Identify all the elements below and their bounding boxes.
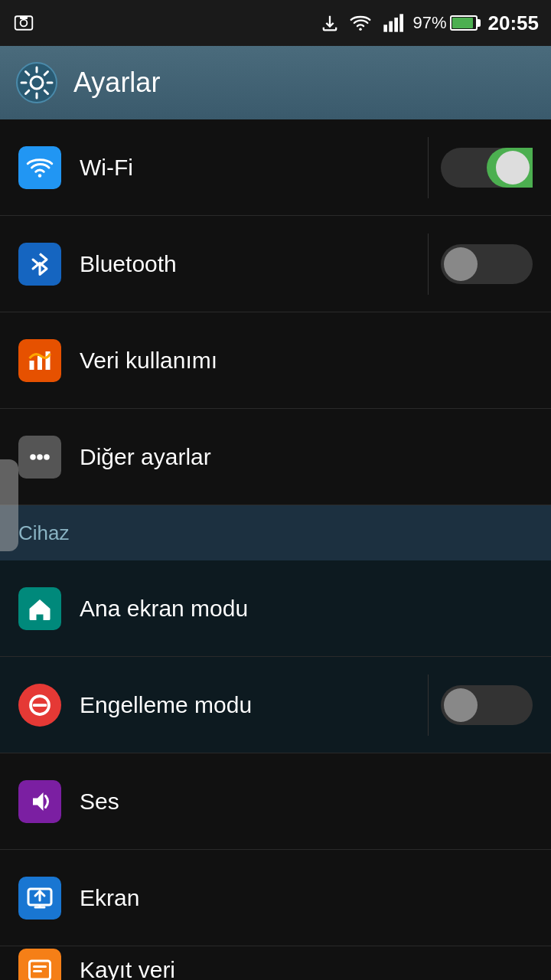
sound-label: Ses (80, 789, 533, 815)
battery-indicator: 97% (412, 13, 477, 33)
wifi-toggle[interactable] (441, 148, 533, 188)
device-section-header: Cihaz (0, 505, 551, 560)
storage-item[interactable]: Kayıt veri (0, 946, 551, 980)
blocking-mode-toggle[interactable] (441, 685, 533, 725)
svg-point-3 (360, 28, 363, 31)
battery-icon (450, 15, 478, 31)
svg-point-18 (38, 174, 42, 178)
svg-rect-33 (33, 965, 47, 968)
bluetooth-toggle-container[interactable] (428, 234, 533, 295)
svg-rect-4 (384, 24, 388, 31)
bluetooth-label: Bluetooth (80, 251, 428, 277)
wifi-status-icon (348, 12, 373, 34)
blocking-mode-label: Engelleme modu (80, 692, 428, 718)
app-bar-title: Ayarlar (73, 67, 160, 99)
status-bar: 97% 20:55 (0, 0, 551, 46)
status-time: 20:55 (488, 11, 540, 35)
blocking-mode-icon (18, 684, 61, 727)
more-settings-item[interactable]: Diğer ayarlar (0, 409, 551, 505)
signal-icon (380, 12, 405, 34)
sound-item[interactable]: Ses (0, 753, 551, 850)
svg-marker-27 (33, 792, 44, 811)
wifi-item-icon (18, 146, 61, 189)
display-label: Ekran (80, 885, 533, 911)
display-icon (18, 877, 61, 920)
svg-point-1 (21, 20, 28, 27)
svg-rect-19 (30, 361, 34, 370)
wifi-item[interactable]: Wi-Fi (0, 119, 551, 216)
home-screen-icon (18, 587, 61, 630)
settings-gear-icon (15, 61, 58, 104)
storage-icon (18, 949, 61, 980)
data-usage-icon (18, 339, 61, 382)
display-item[interactable]: Ekran (0, 850, 551, 946)
download-icon (319, 12, 341, 34)
svg-rect-7 (400, 14, 404, 31)
photo-icon (12, 11, 35, 34)
data-usage-item[interactable]: Veri kullanımı (0, 312, 551, 409)
svg-point-24 (44, 454, 50, 460)
battery-percent: 97% (412, 13, 446, 33)
more-settings-icon (18, 436, 61, 479)
bluetooth-item-icon (18, 243, 61, 286)
blocking-mode-item[interactable]: Engelleme modu (0, 657, 551, 753)
wifi-label: Wi-Fi (80, 155, 428, 181)
svg-rect-6 (395, 18, 399, 32)
svg-point-23 (37, 454, 43, 460)
svg-rect-5 (390, 21, 393, 32)
app-bar: Ayarlar (0, 46, 551, 119)
data-usage-label: Veri kullanımı (80, 348, 533, 374)
settings-list: Wi-Fi Bluetooth (0, 119, 551, 980)
scroll-handle[interactable] (0, 459, 18, 551)
home-screen-label: Ana ekran modu (80, 596, 533, 622)
sound-icon (18, 780, 61, 823)
storage-label: Kayıt veri (80, 957, 533, 980)
bluetooth-toggle[interactable] (441, 244, 533, 284)
home-screen-item[interactable]: Ana ekran modu (0, 560, 551, 657)
more-settings-label: Diğer ayarlar (80, 444, 533, 470)
blocking-mode-toggle-container[interactable] (428, 675, 533, 736)
svg-rect-2 (20, 16, 28, 19)
svg-point-22 (30, 454, 36, 460)
bluetooth-item[interactable]: Bluetooth (0, 216, 551, 312)
svg-rect-34 (33, 970, 42, 972)
wifi-toggle-container[interactable] (428, 137, 533, 198)
device-section-title: Cihaz (18, 521, 69, 545)
svg-rect-20 (37, 356, 42, 370)
